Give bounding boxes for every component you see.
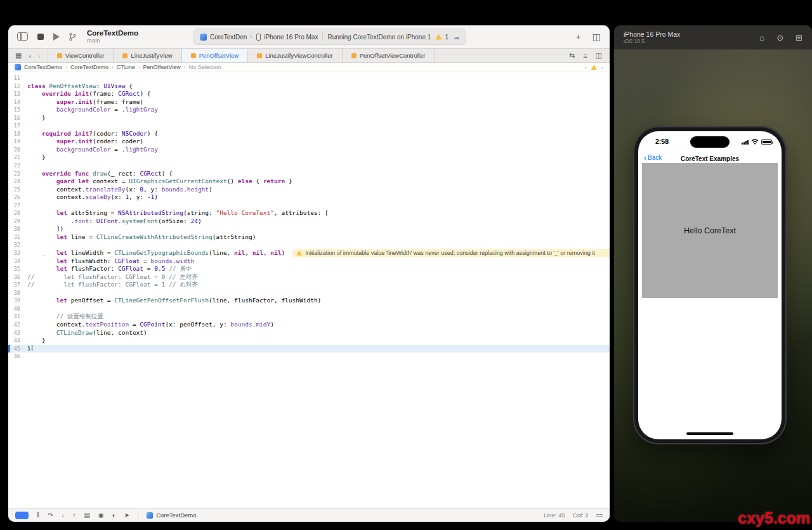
breadcrumb-file[interactable]: PenOffsetView (143, 64, 181, 70)
code-text: guard let context = UIGraphicsGetCurrent… (27, 178, 292, 186)
tab-linejustifyview[interactable]: LineJustifyView (114, 49, 181, 62)
simulator-window: iPhone 16 Pro Max iOS 18.5 ⌂ ⊙ ⊞ 2:58 (614, 25, 812, 522)
memory-graph-icon[interactable]: ◉ (98, 512, 104, 519)
code-line-32[interactable]: 32 (8, 241, 610, 249)
code-line-38[interactable]: 38 (8, 289, 610, 297)
step-into-icon[interactable]: ↓ (62, 512, 65, 519)
breakpoints-toggle-button[interactable] (15, 512, 29, 519)
warning-icon[interactable] (591, 65, 597, 70)
code-line-34[interactable]: 34 let flushWidth: CGFloat = bounds.widt… (8, 257, 610, 266)
pen-offset-view: Hello CoreText (642, 163, 778, 298)
code-line-16[interactable]: 16 } (8, 114, 610, 122)
running-app-chip[interactable]: CoreTextDemo (147, 512, 196, 519)
iphone-screen: 2:58 ‹ Back (638, 131, 782, 439)
code-line-23[interactable]: 23 override func draw(_ rect: CGRect) { (8, 170, 610, 178)
dynamic-island (690, 136, 730, 148)
tab-label: PenOffsetViewController (360, 52, 426, 59)
code-text: backgroundColor = .lightGray (27, 146, 158, 154)
breadcrumb-selection[interactable]: No Selection (189, 64, 221, 70)
related-items-icon[interactable]: ▦ (15, 51, 22, 60)
code-line-44[interactable]: 44 } (8, 337, 610, 345)
line-number: 37 (8, 281, 27, 289)
line-number: 13 (8, 90, 27, 98)
run-destination[interactable]: iPhone 16 Pro Max (256, 34, 318, 41)
add-editor-icon[interactable]: ◫ (596, 51, 602, 60)
home-icon[interactable]: ⌂ (759, 33, 764, 42)
add-button[interactable]: + (576, 32, 581, 42)
code-line-18[interactable]: 18 required init?(coder: NSCoder) { (8, 130, 610, 138)
swift-file-icon (351, 53, 357, 58)
code-text: } (27, 345, 32, 353)
stop-button[interactable] (37, 34, 44, 40)
code-editor[interactable]: 1112class PenOffsetView: UIView {13 over… (8, 72, 610, 508)
breadcrumb-project[interactable]: CoreTextDemo (24, 64, 62, 70)
code-line-27[interactable]: 27 (8, 202, 610, 210)
code-line-36[interactable]: 36// let flushFactor: CGFloat = 0 // 左对齐 (8, 273, 610, 281)
warning-count-badge[interactable]: 1 (435, 34, 449, 41)
scheme-status-bar[interactable]: CoreTextDen › iPhone 16 Pro Max Running … (193, 29, 466, 45)
code-line-43[interactable]: 43 CTLineDraw(line, context) (8, 329, 610, 337)
sidebar-toggle-icon[interactable] (17, 32, 28, 41)
editor-options-icon[interactable]: ≡ (583, 52, 587, 60)
run-button[interactable] (53, 33, 60, 41)
tab-label: PenOffsetView (199, 52, 239, 59)
tab-viewcontroller[interactable]: ViewController (48, 49, 114, 62)
home-indicator[interactable] (686, 432, 733, 435)
code-line-26[interactable]: 26 context.scaleBy(x: 1, y: -1) (8, 193, 610, 202)
previous-issue-icon[interactable]: ‹ (585, 64, 587, 71)
code-line-46[interactable]: 46 (8, 352, 610, 361)
code-line-14[interactable]: 14 super.init(frame: frame) (8, 98, 610, 107)
code-line-30[interactable]: 30 ]) (8, 225, 610, 233)
tab-penoffsetview[interactable]: PenOffsetView (182, 49, 249, 62)
inline-warning-banner[interactable]: Initialization of immutable value 'lineW… (292, 249, 610, 257)
editor-only-icon[interactable]: ▭ (596, 511, 603, 519)
code-line-42[interactable]: 42 context.textPosition = CGPoint(x: pen… (8, 321, 610, 329)
code-line-11[interactable]: 11 (8, 74, 610, 82)
code-line-33[interactable]: 33 _ let lineWidth = CTLineGetTypographi… (8, 249, 610, 257)
code-line-28[interactable]: 28 let attrString = NSAttributedString(s… (8, 209, 610, 217)
code-line-37[interactable]: 37// let flushFactor: CGFloat = 1 // 右对齐 (8, 281, 610, 289)
line-number: 11 (8, 74, 27, 82)
code-line-24[interactable]: 24 guard let context = UIGraphicsGetCurr… (8, 178, 610, 186)
code-line-45[interactable]: 45} (8, 345, 610, 353)
share-icon[interactable]: ⊞ (796, 33, 802, 42)
code-line-19[interactable]: 19 super.init(coder: coder) (8, 138, 610, 146)
code-line-17[interactable]: 17 (8, 122, 610, 130)
code-line-31[interactable]: 31 let line = CTLineCreateWithAttributed… (8, 233, 610, 242)
pause-icon[interactable]: ‖ (37, 512, 39, 519)
code-line-29[interactable]: 29 .font: UIFont.systemFont(ofSize: 24) (8, 217, 610, 226)
cloud-icon: ☁ (453, 33, 460, 41)
code-line-21[interactable]: 21 } (8, 153, 610, 162)
step-out-icon[interactable]: ↑ (73, 512, 76, 519)
next-issue-icon[interactable]: › (601, 64, 603, 71)
code-review-icon[interactable]: ⇆ (569, 51, 575, 60)
app-icon (200, 34, 207, 41)
breadcrumb-folder[interactable]: CTLine (117, 64, 135, 70)
scheme-name: CoreTextDen (210, 34, 247, 41)
code-line-25[interactable]: 25 context.translateBy(x: 0, y: bounds.h… (8, 186, 610, 194)
back-button[interactable]: ‹ Back (644, 154, 662, 161)
code-line-13[interactable]: 13 override init(frame: CGRect) { (8, 90, 610, 98)
editor-layout-icon[interactable]: ◫ (593, 32, 601, 42)
step-over-icon[interactable]: ↷ (48, 512, 53, 519)
go-forward-icon[interactable]: › (38, 52, 41, 60)
code-line-40[interactable]: 40 (8, 305, 610, 313)
code-text: } (27, 114, 46, 122)
code-line-41[interactable]: 41 // 设置绘制位置 (8, 313, 610, 321)
code-line-35[interactable]: 35 let flushFactor: CGFloat = 0.5 // 居中 (8, 265, 610, 273)
environment-overrides-icon[interactable]: ◐ (112, 512, 116, 519)
view-hierarchy-icon[interactable]: ▤ (84, 512, 90, 519)
scheme-selector[interactable]: CoreTextDen › (200, 34, 252, 41)
jump-bar: CoreTextDemo › CoreTextDemo › CTLine › P… (8, 63, 610, 72)
screenshot-icon[interactable]: ⊙ (776, 33, 783, 42)
breadcrumb-group[interactable]: CoreTextDemo (70, 64, 108, 70)
code-line-12[interactable]: 12class PenOffsetView: UIView { (8, 82, 610, 91)
code-line-39[interactable]: 39 let penOffset = CTLineGetPenOffsetFor… (8, 297, 610, 305)
tab-linejustifyviewcontroller[interactable]: LineJustifyViewController (248, 49, 343, 62)
simulate-location-icon[interactable]: ➤ (124, 512, 129, 519)
code-line-15[interactable]: 15 backgroundColor = .lightGray (8, 106, 610, 114)
code-line-20[interactable]: 20 backgroundColor = .lightGray (8, 146, 610, 154)
tab-penoffsetviewcontroller[interactable]: PenOffsetViewController (343, 49, 435, 62)
code-line-22[interactable]: 22 (8, 162, 610, 170)
go-back-icon[interactable]: ‹ (29, 52, 31, 60)
